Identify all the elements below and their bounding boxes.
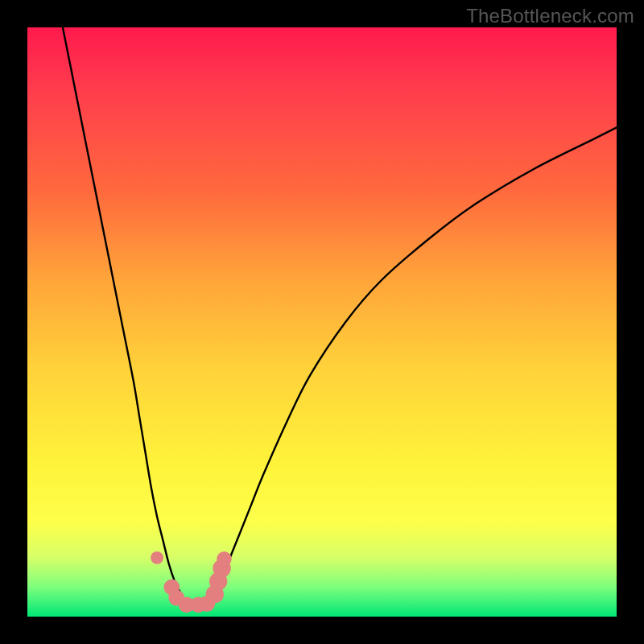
data-dots <box>151 551 232 613</box>
curve-right-branch <box>210 127 617 605</box>
plot-area <box>27 27 617 617</box>
curve-left-branch <box>63 27 187 605</box>
watermark-text: TheBottleneck.com <box>466 5 634 27</box>
outer-frame: TheBottleneck.com <box>0 0 644 644</box>
curve-layer <box>27 27 617 617</box>
data-dot <box>151 551 163 564</box>
data-dot <box>217 551 231 566</box>
